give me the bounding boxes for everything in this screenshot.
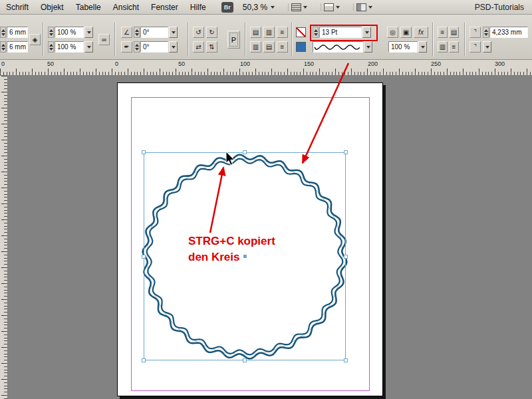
menu-ansicht[interactable]: Ansicht [107, 0, 145, 15]
text-wrap-icon[interactable]: ▤ [449, 27, 459, 38]
application-window: Schrift Objekt Tabelle Ansicht Fenster H… [0, 0, 532, 399]
selection-handle[interactable] [142, 150, 146, 154]
flip-horizontal-button[interactable]: ⇄ [193, 41, 204, 53]
distribute-icon[interactable]: ≡ [277, 41, 288, 53]
screen-mode-button[interactable] [321, 3, 342, 11]
distribute-icon[interactable]: ▥ [263, 27, 275, 38]
scale-y-stepper[interactable] [48, 41, 54, 53]
bridge-button[interactable]: Br [221, 2, 233, 13]
distribute-icon[interactable]: ▤ [263, 41, 275, 53]
width-stepper[interactable] [0, 27, 6, 38]
shear-icon: ∠ [121, 27, 132, 38]
opacity-field[interactable]: 100 % [388, 41, 418, 53]
menu-hilfe[interactable]: Hilfe [184, 0, 212, 15]
menu-objekt[interactable]: Objekt [35, 0, 70, 15]
height-field[interactable]: 6 mm [7, 41, 28, 53]
corner-size-field[interactable]: 4,233 mm [489, 27, 528, 38]
fill-color-swatch[interactable] [296, 42, 306, 52]
rotation-field[interactable]: 0° [140, 41, 168, 53]
constrain-scale-link-icon[interactable]: ∞ [98, 34, 110, 45]
stroke-color-none-swatch[interactable] [296, 27, 306, 37]
annotation-line-2: den Kreis [188, 249, 275, 265]
ruler-label: 200 [368, 61, 378, 67]
rotation-angle-icon: ✒ [121, 41, 132, 53]
stroke-style-dropdown[interactable] [364, 41, 372, 53]
corner-options-icon: ⌝ [469, 27, 481, 38]
rotate-cw-button[interactable]: ↻ [206, 27, 217, 38]
shear-field[interactable]: 0° [140, 27, 168, 38]
rotation-stepper[interactable] [134, 41, 140, 53]
distribute-icon[interactable]: ▥ [250, 41, 261, 53]
ruler-label: 150 [304, 61, 314, 67]
scale-x-field[interactable]: 100 % [55, 27, 84, 38]
vertical-ruler[interactable] [0, 76, 8, 399]
flip-vertical-button[interactable]: ⇅ [206, 41, 217, 53]
scale-y-field[interactable]: 100 % [55, 41, 84, 53]
selection-handle[interactable] [142, 255, 146, 259]
text-wrap-icon[interactable]: ≡ [438, 27, 448, 38]
width-field[interactable]: 6 mm [7, 27, 28, 38]
scale-x-dropdown[interactable] [84, 27, 93, 38]
ruler-label: 50 [178, 61, 185, 67]
ruler-label: 250 [431, 61, 441, 67]
menu-tabelle[interactable]: Tabelle [70, 0, 107, 15]
ruler-label: 0 [1, 61, 5, 67]
zoom-level-dropdown[interactable]: 50,3 % [240, 1, 277, 13]
annotation-line-1: STRG+C kopiert [188, 233, 275, 249]
stroke-style-field[interactable] [313, 41, 363, 53]
scale-x-stepper[interactable] [48, 27, 54, 38]
scale-y-dropdown[interactable] [84, 41, 93, 53]
convert-point-button[interactable]: P [227, 31, 240, 49]
chevron-down-icon [336, 6, 340, 9]
view-options-icon [291, 3, 301, 11]
selection-handle[interactable] [243, 358, 247, 362]
selection-handle[interactable] [243, 150, 247, 154]
text-wrap-icon[interactable]: ▥ [438, 41, 448, 53]
shear-dropdown[interactable] [169, 27, 178, 38]
rotate-ccw-button[interactable]: ↺ [193, 27, 204, 38]
distribute-icon[interactable]: ≡ [277, 27, 288, 38]
stroke-weight-highlight-box [310, 25, 378, 41]
ruler-label: 50 [47, 61, 54, 67]
distribute-icon[interactable]: ▤ [250, 27, 261, 38]
workspace-label: PSD-Tutorials [475, 3, 532, 12]
corner-size-stepper[interactable] [483, 27, 489, 38]
ruler-label: 100 [240, 61, 250, 67]
selection-handle[interactable] [142, 358, 146, 362]
arrange-documents-button[interactable] [353, 3, 375, 11]
menu-bar: Schrift Objekt Tabelle Ansicht Fenster H… [0, 0, 532, 15]
anchor-object-icon[interactable]: ◈ [29, 34, 41, 45]
screen-mode-icon [324, 3, 334, 11]
chevron-down-icon [271, 6, 275, 9]
arrange-documents-icon [356, 3, 366, 11]
chevron-down-icon [303, 6, 307, 9]
control-panel: 6 mm 6 mm ◈ 100 % 100 % ∞ ∠ 0° ✒ 0° ↺ ↻ … [0, 15, 532, 60]
menu-fenster[interactable]: Fenster [145, 0, 184, 15]
opacity-dropdown[interactable] [418, 41, 427, 53]
fx-button[interactable]: fx [414, 27, 428, 38]
corner-shape-dropdown[interactable] [483, 41, 491, 53]
preview-icon[interactable]: ◎ [387, 27, 398, 38]
menu-schrift[interactable]: Schrift [0, 0, 35, 15]
chevron-down-icon [368, 6, 372, 9]
shear-stepper[interactable] [134, 27, 140, 38]
object-effects-icon[interactable]: ▣ [400, 27, 412, 38]
rotation-dropdown[interactable] [169, 41, 178, 53]
zoom-level-value: 50,3 % [243, 3, 267, 12]
ruler-label: 300 [495, 61, 505, 67]
selection-handle[interactable] [344, 358, 348, 362]
stroke-style-preview-icon [313, 42, 362, 52]
corner-shape-icon: ⌝ [469, 41, 481, 53]
tutorial-annotation: STRG+C kopiert den Kreis [188, 233, 275, 265]
text-wrap-icon[interactable]: ≡ [449, 41, 459, 53]
selection-handle[interactable] [344, 150, 348, 154]
ruler-label: 0 [115, 61, 118, 67]
height-stepper[interactable] [0, 41, 6, 53]
view-options-button[interactable] [288, 3, 310, 11]
selection-handle[interactable] [344, 255, 348, 259]
horizontal-ruler[interactable]: 0 50 0 50 100 150 200 250 300 [0, 60, 532, 76]
